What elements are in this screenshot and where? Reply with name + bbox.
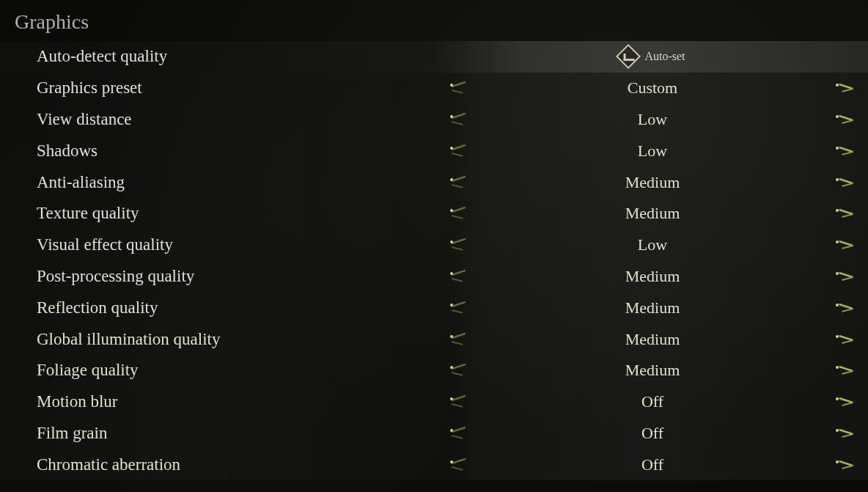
prev-view-distance[interactable]: [447, 109, 472, 131]
arrow-right-icon: [834, 331, 856, 348]
value-area-reflection-quality: Medium: [447, 297, 858, 319]
row-visual-effect-quality: Visual effect qualityLow: [0, 230, 868, 261]
auto-set-label: Auto-set: [644, 50, 685, 63]
value-area-global-illumination: Medium: [447, 328, 858, 350]
value-area-film-grain: Off: [447, 422, 858, 444]
label-reflection-quality: Reflection quality: [37, 298, 447, 317]
row-reflection-quality: Reflection qualityMedium: [0, 292, 868, 323]
prev-texture-quality[interactable]: [447, 202, 472, 224]
prev-reflection-quality[interactable]: [447, 297, 472, 319]
row-post-processing: Post-processing qualityMedium: [0, 261, 868, 293]
row-shadows: ShadowsLow: [0, 135, 868, 166]
value-chromatic-aberration[interactable]: Off: [478, 455, 827, 474]
arrow-left-icon: [449, 79, 471, 97]
value-visual-effect-quality[interactable]: Low: [478, 235, 827, 254]
arrow-right-icon: [834, 174, 856, 191]
arrow-left-icon: [449, 361, 471, 379]
arrow-right-icon: [834, 361, 856, 379]
next-reflection-quality[interactable]: [833, 297, 858, 319]
prev-shadows[interactable]: [447, 140, 472, 162]
next-anti-aliasing[interactable]: [833, 172, 858, 194]
prev-film-grain[interactable]: [447, 422, 472, 444]
arrow-left-icon: [449, 236, 471, 254]
value-film-grain[interactable]: Off: [478, 424, 827, 443]
checkmark-icon: [616, 44, 641, 69]
prev-anti-aliasing[interactable]: [447, 172, 472, 194]
next-shadows[interactable]: [833, 140, 858, 162]
prev-global-illumination[interactable]: [447, 328, 472, 350]
prev-graphics-preset[interactable]: [447, 77, 472, 99]
arrow-left-icon: [449, 205, 471, 222]
arrow-left-icon: [449, 425, 471, 442]
section-title: Graphics: [0, 0, 868, 41]
arrow-left-icon: [449, 331, 471, 348]
value-area-chromatic-aberration: Off: [447, 454, 858, 476]
prev-foliage-quality[interactable]: [447, 359, 472, 381]
value-area-post-processing: Medium: [447, 265, 858, 287]
value-anti-aliasing[interactable]: Medium: [478, 173, 827, 192]
label-chromatic-aberration: Chromatic aberration: [37, 455, 447, 474]
prev-motion-blur[interactable]: [447, 391, 472, 413]
settings-list: Auto-detect quality Auto-set Graphics pr…: [0, 41, 868, 480]
next-texture-quality[interactable]: [833, 202, 858, 224]
row-film-grain: Film grainOff: [0, 418, 868, 449]
value-post-processing[interactable]: Medium: [478, 267, 827, 286]
next-motion-blur[interactable]: [833, 391, 858, 413]
arrow-right-icon: [834, 456, 856, 474]
arrow-right-icon: [834, 79, 856, 97]
value-area-motion-blur: Off: [447, 391, 858, 413]
prev-post-processing[interactable]: [447, 265, 472, 287]
next-visual-effect-quality[interactable]: [833, 234, 858, 256]
label-graphics-preset: Graphics preset: [37, 78, 447, 98]
value-area-visual-effect-quality: Low: [447, 234, 858, 256]
arrow-right-icon: [834, 393, 856, 411]
value-graphics-preset[interactable]: Custom: [478, 78, 827, 98]
next-foliage-quality[interactable]: [833, 359, 858, 381]
next-global-illumination[interactable]: [833, 328, 858, 350]
label-anti-aliasing: Anti-aliasing: [37, 173, 447, 192]
arrow-left-icon: [449, 174, 471, 191]
value-area-view-distance: Low: [447, 109, 858, 131]
label-view-distance: View distance: [37, 110, 447, 129]
prev-chromatic-aberration[interactable]: [447, 454, 472, 476]
next-graphics-preset[interactable]: [833, 77, 858, 99]
value-view-distance[interactable]: Low: [478, 110, 827, 129]
graphics-settings-panel: Graphics Auto-detect quality Auto-set Gr…: [0, 0, 868, 492]
label-auto-detect: Auto-detect quality: [37, 47, 447, 66]
arrow-right-icon: [834, 236, 856, 254]
label-global-illumination: Global illumination quality: [37, 330, 447, 349]
row-graphics-preset: Graphics presetCustom: [0, 73, 868, 104]
row-view-distance: View distanceLow: [0, 104, 868, 136]
row-chromatic-aberration: Chromatic aberrationOff: [0, 449, 868, 480]
value-area-shadows: Low: [447, 140, 858, 162]
row-texture-quality: Texture qualityMedium: [0, 198, 868, 230]
label-post-processing: Post-processing quality: [37, 267, 447, 286]
next-view-distance[interactable]: [833, 109, 858, 131]
row-foliage-quality: Foliage qualityMedium: [0, 355, 868, 386]
value-area-auto-detect: Auto-set: [447, 45, 858, 67]
arrow-left-icon: [449, 299, 471, 317]
value-texture-quality[interactable]: Medium: [478, 204, 827, 223]
label-foliage-quality: Foliage quality: [37, 361, 447, 380]
auto-set-button[interactable]: Auto-set: [478, 48, 827, 65]
arrow-right-icon: [834, 299, 856, 317]
row-motion-blur: Motion blurOff: [0, 386, 868, 418]
value-area-graphics-preset: Custom: [447, 77, 858, 99]
value-motion-blur[interactable]: Off: [478, 392, 827, 411]
value-foliage-quality[interactable]: Medium: [478, 361, 827, 380]
row-auto-detect: Auto-detect quality Auto-set: [0, 41, 868, 73]
prev-visual-effect-quality[interactable]: [447, 234, 472, 256]
value-shadows[interactable]: Low: [478, 142, 827, 161]
row-anti-aliasing: Anti-aliasingMedium: [0, 166, 868, 198]
value-global-illumination[interactable]: Medium: [478, 330, 827, 349]
next-post-processing[interactable]: [833, 265, 858, 287]
value-area-texture-quality: Medium: [447, 202, 858, 224]
label-visual-effect-quality: Visual effect quality: [37, 235, 447, 254]
value-area-anti-aliasing: Medium: [447, 172, 858, 194]
value-reflection-quality[interactable]: Medium: [478, 298, 827, 317]
label-film-grain: Film grain: [37, 424, 447, 443]
label-texture-quality: Texture quality: [37, 204, 447, 223]
arrow-left-icon: [449, 111, 471, 128]
next-film-grain[interactable]: [833, 422, 858, 444]
next-chromatic-aberration[interactable]: [833, 454, 858, 476]
